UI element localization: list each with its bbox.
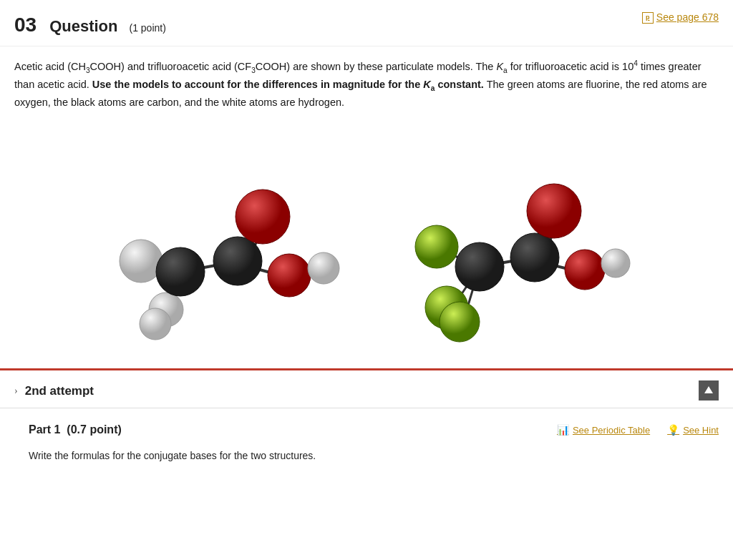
attempt-label: 2nd attempt <box>25 382 94 401</box>
part-tools: 📊 See Periodic Table 💡 See Hint <box>557 423 719 438</box>
svg-point-15 <box>308 252 339 284</box>
see-periodic-table-link[interactable]: 📊 See Periodic Table <box>557 423 650 438</box>
part-instruction: Write the formulas for the conjugate bas… <box>29 448 719 463</box>
collapse-button[interactable] <box>699 380 719 401</box>
page-container: 03 Question (1 point) p See page 678 Ace… <box>0 0 733 560</box>
question-title: Question <box>49 14 117 38</box>
svg-marker-32 <box>704 386 713 393</box>
acetic-acid-molecule <box>94 132 345 354</box>
svg-point-13 <box>236 190 290 244</box>
svg-point-24 <box>415 225 458 268</box>
molecules-area <box>0 118 733 368</box>
question-points: (1 point) <box>130 21 166 36</box>
part-header: Part 1 (0.7 point) 📊 See Periodic Table … <box>29 421 719 438</box>
svg-point-11 <box>156 247 205 296</box>
see-hint-link[interactable]: 💡 See Hint <box>667 423 719 438</box>
trifluoroacetic-acid-molecule <box>388 132 639 354</box>
svg-point-30 <box>565 250 605 290</box>
question-text: Acetic acid (CH3COOH) and trifluoroaceti… <box>14 58 719 111</box>
see-page-label: See page 678 <box>656 10 719 25</box>
svg-point-26 <box>440 302 480 342</box>
see-hint-label: See Hint <box>683 423 719 438</box>
question-header: 03 Question (1 point) p See page 678 <box>0 0 733 46</box>
question-number: 03 <box>14 10 37 40</box>
part-title: Part 1 (0.7 point) <box>29 421 122 438</box>
chevron-left-icon[interactable]: › <box>14 383 18 398</box>
svg-point-31 <box>601 249 630 277</box>
svg-point-28 <box>510 233 559 282</box>
hint-icon: 💡 <box>667 423 679 438</box>
part-section: Part 1 (0.7 point) 📊 See Periodic Table … <box>0 408 733 471</box>
page-icon: p <box>642 12 654 24</box>
svg-point-27 <box>455 242 504 291</box>
svg-point-8 <box>120 240 162 283</box>
attempt-section: › 2nd attempt <box>0 368 733 408</box>
svg-point-14 <box>268 254 311 297</box>
svg-point-10 <box>140 308 171 340</box>
see-periodic-table-label: See Periodic Table <box>573 423 650 438</box>
see-page-link[interactable]: p See page 678 <box>642 10 719 25</box>
svg-point-12 <box>213 237 262 285</box>
periodic-table-icon: 📊 <box>557 423 569 438</box>
svg-point-29 <box>527 184 581 238</box>
attempt-left: › 2nd attempt <box>14 382 94 401</box>
question-body: Acetic acid (CH3COOH) and trifluoroaceti… <box>0 46 733 118</box>
